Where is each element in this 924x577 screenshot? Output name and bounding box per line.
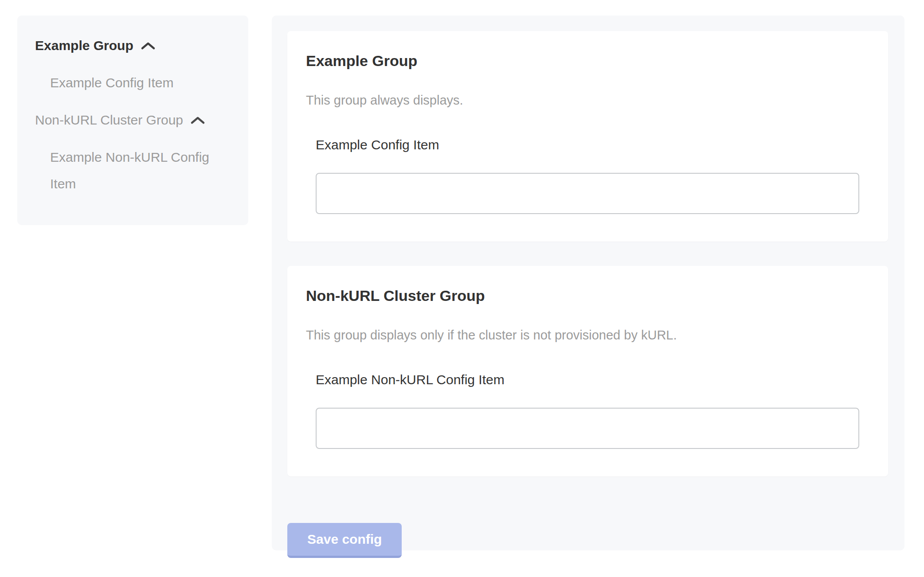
sidebar-group-label: Non-kURL Cluster Group: [35, 113, 183, 127]
config-item: Example Non-kURL Config Item: [316, 371, 859, 449]
config-page: Example Group Example Config Item Non-kU…: [0, 0, 924, 577]
config-item: Example Config Item: [316, 136, 859, 214]
config-main-panel: Example Group This group always displays…: [272, 16, 904, 550]
group-description: This group displays only if the cluster …: [306, 327, 859, 343]
sidebar-group-example-group[interactable]: Example Group: [35, 32, 225, 59]
sidebar-group-label: Example Group: [35, 38, 133, 53]
example-config-item-input[interactable]: [316, 173, 859, 214]
group-description: This group always displays.: [306, 92, 859, 108]
chevron-up-icon: [141, 41, 156, 51]
sidebar-item-example-non-kurl-config-item[interactable]: Example Non-kURL Config Item: [50, 144, 225, 197]
config-group-card-example-group: Example Group This group always displays…: [287, 31, 888, 242]
config-item-label: Example Config Item: [316, 136, 859, 153]
save-config-button[interactable]: Save config: [287, 523, 402, 558]
sidebar-group-non-kurl-cluster-group[interactable]: Non-kURL Cluster Group: [35, 107, 225, 133]
group-title: Example Group: [306, 51, 859, 70]
group-title: Non-kURL Cluster Group: [306, 286, 859, 305]
example-non-kurl-config-item-input[interactable]: [316, 408, 859, 449]
sidebar-item-example-config-item[interactable]: Example Config Item: [50, 70, 225, 96]
config-nav-sidebar: Example Group Example Config Item Non-kU…: [17, 16, 248, 225]
config-item-label: Example Non-kURL Config Item: [316, 371, 859, 388]
chevron-up-icon: [190, 116, 205, 125]
config-group-card-non-kurl-cluster-group: Non-kURL Cluster Group This group displa…: [287, 266, 888, 476]
